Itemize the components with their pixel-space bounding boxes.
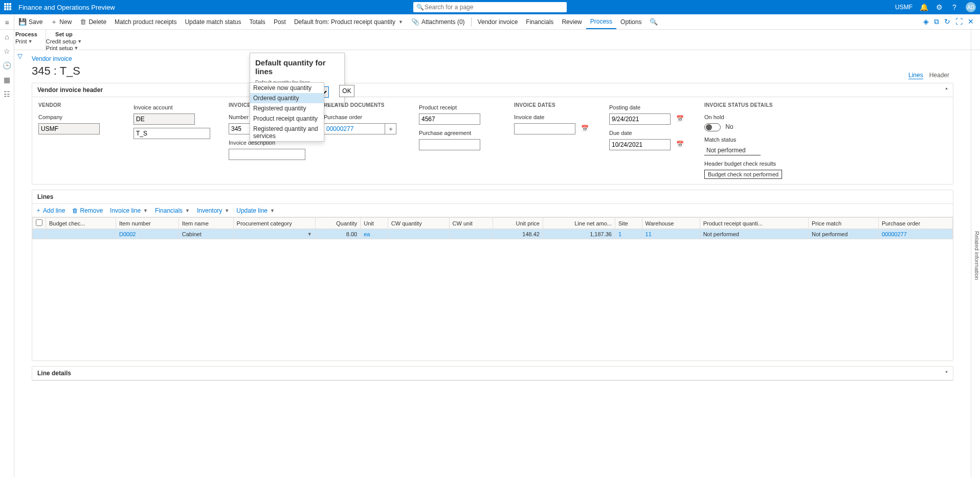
chevron-down-icon: ▼ — [398, 19, 403, 25]
tab-financials[interactable]: Financials — [522, 15, 558, 29]
gear-icon[interactable]: ⚙ — [935, 3, 943, 11]
home-icon[interactable]: ⌂ — [5, 33, 9, 41]
tab-review[interactable]: Review — [558, 15, 586, 29]
link-icon[interactable]: ◈ — [923, 17, 929, 26]
post-button[interactable]: Post — [270, 15, 290, 29]
credit-setup-button[interactable]: Credit setup▼ — [46, 38, 82, 45]
app-title: Finance and Operations Preview — [18, 4, 115, 11]
save-icon: 💾 — [18, 18, 27, 26]
trash-icon: 🗑 — [80, 18, 86, 26]
top-header: Finance and Operations Preview 🔍 USMF 🔔 … — [0, 0, 980, 14]
refresh-icon[interactable]: ↻ — [944, 17, 950, 26]
search-icon: 🔍 — [650, 18, 658, 26]
match-receipts-button[interactable]: Match product receipts — [110, 15, 181, 29]
command-bar: 💾Save ＋New 🗑Delete Match product receipt… — [0, 14, 980, 30]
paperclip-icon: 📎 — [411, 18, 419, 26]
waffle-icon[interactable] — [4, 3, 12, 11]
star-icon[interactable]: ☆ — [4, 47, 10, 50]
avatar[interactable]: AD — [966, 2, 976, 12]
tab-vendor-invoice[interactable]: Vendor invoice — [474, 15, 522, 29]
search-wrap: 🔍 — [413, 2, 567, 12]
print-setup-button[interactable]: Print setup▼ — [46, 45, 82, 50]
update-match-button[interactable]: Update match status — [181, 15, 245, 29]
subcol-process: Process Print▼ — [15, 30, 46, 50]
print-button[interactable]: Print▼ — [15, 38, 33, 45]
expand-icon[interactable]: ⛶ — [955, 17, 963, 26]
subhead-setup: Set up — [46, 31, 82, 37]
tab-options[interactable]: Options — [616, 15, 645, 29]
chevron-down-icon: ▼ — [74, 45, 78, 50]
save-button[interactable]: 💾Save — [14, 15, 47, 29]
close-icon[interactable]: ✕ — [968, 17, 974, 26]
new-button[interactable]: ＋New — [47, 15, 76, 29]
delete-button[interactable]: 🗑Delete — [76, 15, 110, 29]
subhead-process: Process — [15, 31, 37, 37]
search-icon: 🔍 — [416, 4, 424, 11]
company-code[interactable]: USMF — [895, 4, 912, 11]
search-input[interactable] — [413, 2, 567, 12]
tab-process[interactable]: Process — [586, 15, 616, 29]
plus-icon: ＋ — [51, 17, 57, 27]
chevron-down-icon: ▼ — [28, 38, 33, 45]
cmdbar-right: ◈ ⧉ ↻ ⛶ ✕ — [923, 17, 977, 26]
search-cmd[interactable]: 🔍 — [645, 15, 662, 29]
popout-icon[interactable]: ⧉ — [934, 17, 939, 26]
totals-button[interactable]: Totals — [246, 15, 270, 29]
related-info-rail[interactable]: Related information — [971, 29, 980, 50]
bell-icon[interactable]: 🔔 — [920, 3, 928, 11]
header-right: USMF 🔔 ⚙ ? AD — [895, 2, 976, 12]
default-from-button[interactable]: Default from: Product receipt quantity▼ — [290, 15, 407, 29]
separator — [471, 17, 472, 27]
chevron-down-icon: ▼ — [77, 38, 82, 45]
attachments-button[interactable]: 📎Attachments (0) — [407, 15, 469, 29]
help-icon[interactable]: ? — [950, 3, 959, 11]
subcol-setup: Set up Credit setup▼ Print setup▼ Batch — [46, 30, 90, 50]
sub-bar: Process Print▼ Set up Credit setup▼ Prin… — [0, 30, 980, 50]
